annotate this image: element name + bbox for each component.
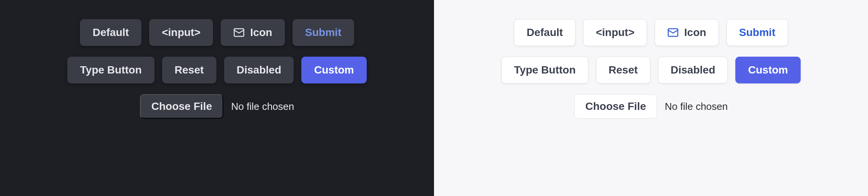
file-input-wrapper: Choose File No file chosen	[574, 94, 728, 119]
dark-theme-panel: Default <input> Icon Submit Type Button …	[0, 0, 434, 196]
custom-button[interactable]: Custom	[735, 57, 800, 83]
file-row: Choose File No file chosen	[140, 94, 294, 119]
icon-button[interactable]: Icon	[655, 19, 719, 46]
default-button[interactable]: Default	[514, 19, 575, 46]
input-element-button[interactable]: <input>	[583, 19, 647, 46]
button-row-1: Default <input> Icon Submit	[514, 19, 788, 46]
reset-button[interactable]: Reset	[162, 57, 216, 83]
light-theme-panel: Default <input> Icon Submit Type Button …	[434, 0, 868, 196]
file-row: Choose File No file chosen	[574, 94, 728, 119]
button-row-2: Type Button Reset Disabled Custom	[67, 57, 366, 83]
file-status-text: No file chosen	[665, 101, 728, 113]
button-row-2: Type Button Reset Disabled Custom	[501, 57, 800, 83]
button-row-1: Default <input> Icon Submit	[80, 19, 354, 46]
choose-file-button[interactable]: Choose File	[574, 94, 657, 119]
input-element-button[interactable]: <input>	[149, 19, 213, 46]
custom-button[interactable]: Custom	[301, 57, 366, 83]
icon-button-label: Icon	[684, 26, 706, 39]
default-button[interactable]: Default	[80, 19, 141, 46]
submit-button[interactable]: Submit	[293, 19, 354, 46]
icon-button[interactable]: Icon	[221, 19, 285, 46]
disabled-button[interactable]: Disabled	[658, 57, 728, 83]
file-status-text: No file chosen	[231, 101, 294, 113]
choose-file-button[interactable]: Choose File	[140, 94, 224, 119]
mail-icon	[667, 27, 679, 38]
file-input-wrapper: Choose File No file chosen	[140, 94, 294, 119]
icon-button-label: Icon	[250, 26, 272, 39]
mail-icon	[233, 27, 245, 38]
disabled-button[interactable]: Disabled	[224, 57, 294, 83]
reset-button[interactable]: Reset	[596, 57, 650, 83]
type-button[interactable]: Type Button	[67, 57, 154, 83]
type-button[interactable]: Type Button	[501, 57, 588, 83]
submit-button[interactable]: Submit	[727, 19, 788, 46]
